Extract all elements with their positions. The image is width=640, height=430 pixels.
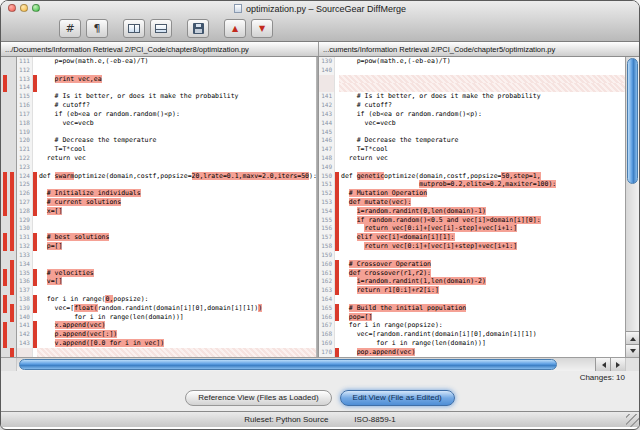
code-line[interactable]: 112 [17,66,316,75]
resize-grip[interactable] [626,414,639,427]
file-path-headers: .../Documents/Information Retrieval 2/PC… [1,42,639,57]
code-line[interactable]: 154 i=random.randint(0,len(domain)-1) [319,207,625,216]
code-line[interactable]: 162 i=random.randint(1,len(domain)-2) [319,277,625,286]
code-line[interactable]: 140 for i in range(len(domain))] [17,313,316,322]
code-line[interactable]: 150def geneticoptimize(domain,costf,pops… [319,172,625,181]
code-line[interactable]: 123 [17,163,316,172]
titlebar[interactable]: optimization.py – SourceGear DiffMerge [1,1,639,16]
vertical-scroll-track[interactable] [626,57,639,331]
code-line[interactable]: 116 # cutoff? [17,101,316,110]
code-line[interactable]: 164 [319,295,625,304]
edit-view-button[interactable]: Edit View (File as Edited) [340,390,455,406]
code-line[interactable]: 153 def mutate(vec): [319,198,625,207]
code-text: if (eb<ea or random.random()<p): [37,110,316,119]
code-line[interactable]: 130 [17,224,316,233]
code-line[interactable]: 119 [17,128,316,137]
right-code-pane[interactable]: 139 p=pow(math.e,(-eb-ea)/T)140141 # Is … [319,57,625,357]
code-line[interactable]: 147 T=T*cool [319,145,625,154]
code-line[interactable] [17,348,316,357]
code-line[interactable]: 163 return r1[0:i]+r2[i:] [319,286,625,295]
code-line[interactable]: 115 # Is it better, or does it make the … [17,92,316,101]
code-line[interactable]: 124def swarmoptimize(domain,costf,popsiz… [17,172,316,181]
code-line[interactable]: 159 [319,251,625,260]
code-line[interactable]: 143 if (eb<ea or random.random()<p): [319,110,625,119]
code-line[interactable]: 133 [17,251,316,260]
code-line[interactable]: 125 [17,180,316,189]
code-line[interactable]: 165 # Build the initial population [319,304,625,313]
code-line[interactable]: 167 for i in range(popsize): [319,321,625,330]
code-line[interactable]: 128 x=[] [17,207,316,216]
code-line[interactable]: 155 if random.random()<0.5 and vec[i]>do… [319,216,625,225]
line-numbers-button[interactable]: # [59,19,81,38]
code-line[interactable]: 113 print vec,ea [17,75,316,84]
code-line[interactable]: 144 vec=vecb [319,119,625,128]
show-whitespace-button[interactable]: ¶ [86,19,108,38]
zoom-button[interactable] [32,4,40,12]
code-line[interactable]: 145 [319,128,625,137]
code-line[interactable]: 166 pop=[] [319,313,625,322]
code-line[interactable]: 143 v.append([0.0 for i in vec]) [17,339,316,348]
code-line[interactable]: 156 return vec[0:i]+[vec[i]-step]+vec[i+… [319,224,625,233]
reference-view-button[interactable]: Reference View (Files as Loaded) [185,390,331,406]
minimize-button[interactable] [20,4,28,12]
code-line[interactable]: 126 # Initialize individuals [17,189,316,198]
scroll-up-button[interactable] [626,331,639,344]
code-line[interactable]: 146 # Decrease the temperature [319,136,625,145]
left-code-pane[interactable]: 111 p=pow(math.e,(-eb-ea)/T)112113 print… [17,57,316,357]
code-line[interactable]: 111 p=pow(math.e,(-eb-ea)/T) [17,57,316,66]
code-line[interactable] [319,75,625,84]
change-map-strip[interactable] [1,57,17,357]
code-line[interactable]: 132 p=[] [17,242,316,251]
code-line[interactable]: 121 T=T*cool [17,145,316,154]
code-line[interactable]: 139 p=pow(math.e,(-eb-ea)/T) [319,57,625,66]
scroll-right-button[interactable] [610,358,625,371]
code-line[interactable]: 134 [17,260,316,269]
save-button[interactable] [187,19,209,38]
code-line[interactable]: 141 # Is it better, or does it make the … [319,92,625,101]
code-line[interactable]: 138 for i in range(0,popsize): [17,295,316,304]
scroll-down-button[interactable] [626,344,639,357]
split-vertical-view-button[interactable] [123,19,145,38]
vertical-scrollbar[interactable] [625,57,639,357]
code-line[interactable]: 161 def crossover(r1,r2): [319,269,625,278]
code-line[interactable]: 131 # best solutions [17,233,316,242]
horizontal-scroll-thumb[interactable] [19,359,557,370]
code-line[interactable]: 139 vec=[float(random.randint(domain[i][… [17,304,316,313]
code-line[interactable]: 137 [17,286,316,295]
close-button[interactable] [8,4,16,12]
next-change-button[interactable]: ▼ [251,19,273,38]
code-line[interactable]: 129 [17,216,316,225]
split-horizontal-view-button[interactable] [150,19,172,38]
code-line[interactable]: 114 [17,83,316,92]
code-line[interactable]: 117 if (eb<ea or random.random()<p): [17,110,316,119]
code-line[interactable]: 141 x.append(vec) [17,321,316,330]
code-line[interactable]: 158 return vec[0:i]+[vec[i]+step]+vec[i+… [319,242,625,251]
code-line[interactable]: 170 pop.append(vec) [319,348,625,357]
code-line[interactable]: 169 for i in range(len(domain))] [319,339,625,348]
code-line[interactable]: 157 elif vec[i]<domain[i][1]: [319,233,625,242]
horizontal-scroll-track[interactable] [17,358,595,371]
scroll-left-button[interactable] [595,358,610,371]
code-line[interactable]: 149 [319,163,625,172]
code-text: # Decrease the temperature [339,136,625,145]
code-line[interactable] [319,83,625,92]
change-map-left-column [3,57,7,357]
horizontal-scrollbar[interactable] [1,357,639,371]
code-line[interactable]: 160 # Crossover Operation [319,260,625,269]
code-line[interactable]: 148 return vec [319,154,625,163]
code-line[interactable]: 142 # cutoff? [319,101,625,110]
code-line[interactable]: 118 vec=vecb [17,119,316,128]
code-line[interactable]: 122 return vec [17,154,316,163]
code-line[interactable]: 140 [319,66,625,75]
code-line[interactable]: 127 # current solutions [17,198,316,207]
vertical-scroll-thumb[interactable] [627,58,638,184]
code-line[interactable]: 142 p.append(vec[:]) [17,330,316,339]
code-line[interactable]: 168 vec=[random.randint(domain[i][0],dom… [319,330,625,339]
code-line[interactable]: 136 v=[] [17,277,316,286]
code-line[interactable]: 151 mutprob=0.2,elite=0.2,maxiter=100): [319,180,625,189]
code-line[interactable]: 135 # velocities [17,269,316,278]
prev-change-button[interactable]: ▲ [224,19,246,38]
code-line[interactable]: 152 # Mutation Operation [319,189,625,198]
code-text: for i in range(popsize): [339,321,625,330]
code-line[interactable]: 120 # Decrease the temperature [17,136,316,145]
